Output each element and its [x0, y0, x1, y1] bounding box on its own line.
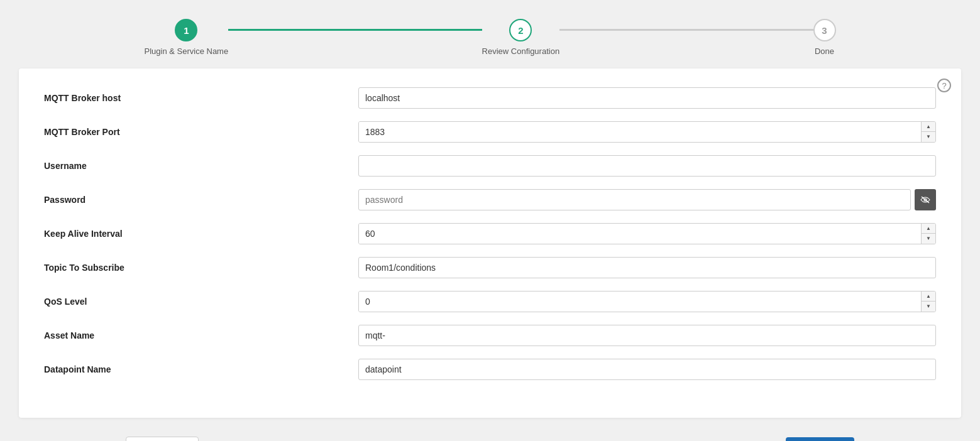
label-topic-to-subscribe: Topic To Subscribe — [44, 263, 358, 273]
mqtt-broker-port-number-wrap: ▲ ▼ — [358, 121, 936, 143]
qos-spinners: ▲ ▼ — [921, 291, 935, 312]
label-password: Password — [44, 195, 358, 205]
bottom-bar: Previous Next — [0, 418, 980, 441]
step-1-circle: 1 — [175, 19, 197, 41]
password-field-wrap — [358, 189, 936, 210]
field-datapoint-name: Datapoint Name — [44, 359, 936, 380]
label-datapoint-name: Datapoint Name — [44, 364, 358, 374]
input-wrap-keep-alive: ▲ ▼ — [358, 223, 936, 244]
mqtt-broker-port-input[interactable] — [359, 122, 921, 142]
mqtt-broker-port-up[interactable]: ▲ — [922, 122, 935, 132]
step-1-label: Plugin & Service Name — [145, 46, 229, 56]
datapoint-name-input[interactable] — [358, 359, 936, 380]
label-keep-alive-interval: Keep Alive Interval — [44, 229, 358, 239]
field-password: Password — [44, 189, 936, 210]
asset-name-input[interactable] — [358, 325, 936, 346]
toggle-password-visibility-button[interactable] — [915, 189, 936, 210]
keep-alive-spinners: ▲ ▼ — [921, 224, 935, 244]
step-2-circle: 2 — [509, 19, 532, 41]
step-2-label: Review Configuration — [482, 46, 560, 56]
field-mqtt-broker-host: MQTT Broker host — [44, 87, 936, 109]
step-line-1 — [228, 29, 482, 31]
label-mqtt-broker-host: MQTT Broker host — [44, 93, 358, 103]
username-input[interactable] — [358, 155, 936, 177]
mqtt-broker-port-spinners: ▲ ▼ — [921, 122, 935, 142]
label-qos-level: QoS Level — [44, 297, 358, 307]
qos-up[interactable]: ▲ — [922, 291, 935, 302]
field-topic-to-subscribe: Topic To Subscribe — [44, 257, 936, 278]
password-input[interactable] — [358, 189, 911, 210]
step-1: 1 Plugin & Service Name — [145, 19, 229, 56]
help-icon[interactable]: ? — [937, 79, 951, 92]
step-3-circle: 3 — [813, 19, 836, 41]
qos-level-input[interactable] — [359, 291, 921, 312]
step-3-label: Done — [815, 46, 834, 56]
field-username: Username — [44, 155, 936, 177]
previous-button[interactable]: Previous — [126, 437, 199, 441]
label-mqtt-broker-port: MQTT Broker Port — [44, 127, 358, 137]
keep-alive-input[interactable] — [359, 224, 921, 244]
mqtt-broker-port-down[interactable]: ▼ — [922, 132, 935, 142]
topic-to-subscribe-input[interactable] — [358, 257, 936, 278]
stepper: 1 Plugin & Service Name 2 Review Configu… — [0, 0, 980, 68]
next-button[interactable]: Next — [786, 437, 854, 441]
qos-number-wrap: ▲ ▼ — [358, 291, 936, 312]
label-username: Username — [44, 161, 358, 171]
field-asset-name: Asset Name — [44, 325, 936, 346]
field-qos-level: QoS Level ▲ ▼ — [44, 291, 936, 312]
keep-alive-number-wrap: ▲ ▼ — [358, 223, 936, 244]
keep-alive-down[interactable]: ▼ — [922, 234, 935, 244]
input-wrap-mqtt-broker-port: ▲ ▼ — [358, 121, 936, 143]
eye-slash-icon — [920, 196, 930, 204]
keep-alive-up[interactable]: ▲ — [922, 224, 935, 234]
step-line-2 — [559, 29, 813, 31]
input-wrap-mqtt-broker-host — [358, 87, 936, 109]
step-3: 3 Done — [813, 19, 836, 56]
label-asset-name: Asset Name — [44, 330, 358, 340]
input-wrap-topic — [358, 257, 936, 278]
input-wrap-datapoint-name — [358, 359, 936, 380]
field-keep-alive-interval: Keep Alive Interval ▲ ▼ — [44, 223, 936, 244]
input-wrap-password — [358, 189, 936, 210]
input-wrap-username — [358, 155, 936, 177]
step-2: 2 Review Configuration — [482, 19, 560, 56]
input-wrap-qos: ▲ ▼ — [358, 291, 936, 312]
qos-down[interactable]: ▼ — [922, 302, 935, 312]
field-mqtt-broker-port: MQTT Broker Port ▲ ▼ — [44, 121, 936, 143]
mqtt-broker-host-input[interactable] — [358, 87, 936, 109]
configuration-card: ? MQTT Broker host MQTT Broker Port ▲ ▼ … — [19, 68, 961, 418]
input-wrap-asset-name — [358, 325, 936, 346]
